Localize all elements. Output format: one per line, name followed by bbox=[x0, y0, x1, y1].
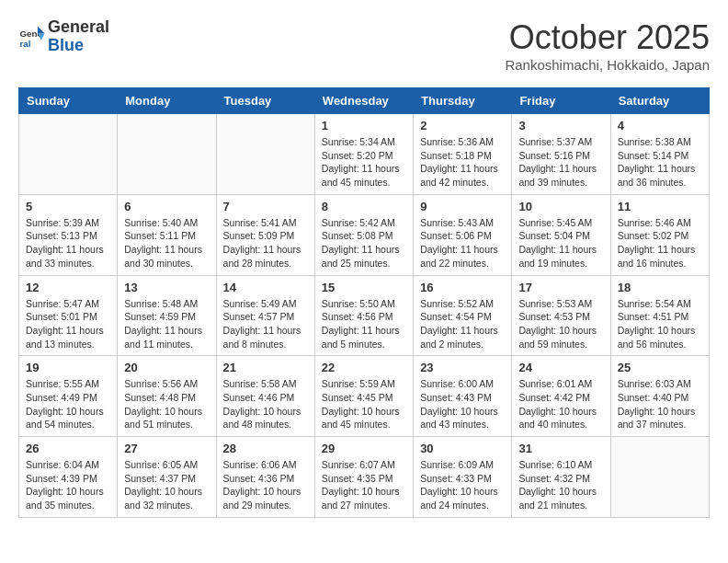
table-row bbox=[19, 114, 118, 195]
table-row: 6Sunrise: 5:40 AMSunset: 5:11 PMDaylight… bbox=[118, 194, 216, 275]
day-number: 17 bbox=[518, 281, 603, 294]
day-info: Sunrise: 5:56 AMSunset: 4:48 PMDaylight:… bbox=[124, 377, 209, 431]
table-row: 18Sunrise: 5:54 AMSunset: 4:51 PMDayligh… bbox=[610, 275, 709, 356]
day-number: 13 bbox=[124, 281, 209, 294]
table-row: 4Sunrise: 5:38 AMSunset: 5:14 PMDaylight… bbox=[610, 114, 709, 195]
table-row: 19Sunrise: 5:55 AMSunset: 4:49 PMDayligh… bbox=[19, 356, 118, 437]
calendar-week-5: 26Sunrise: 6:04 AMSunset: 4:39 PMDayligh… bbox=[19, 437, 710, 518]
day-info: Sunrise: 5:34 AMSunset: 5:20 PMDaylight:… bbox=[322, 135, 406, 190]
table-row: 8Sunrise: 5:42 AMSunset: 5:08 PMDaylight… bbox=[314, 194, 413, 275]
day-info: Sunrise: 6:06 AMSunset: 4:36 PMDaylight:… bbox=[223, 458, 308, 512]
svg-text:ral: ral bbox=[20, 38, 31, 48]
day-info: Sunrise: 5:58 AMSunset: 4:46 PMDaylight:… bbox=[223, 377, 308, 431]
table-row: 23Sunrise: 6:00 AMSunset: 4:43 PMDayligh… bbox=[414, 356, 512, 437]
table-row: 24Sunrise: 6:01 AMSunset: 4:42 PMDayligh… bbox=[512, 356, 610, 437]
day-info: Sunrise: 5:54 AMSunset: 4:51 PMDaylight:… bbox=[618, 297, 702, 351]
day-info: Sunrise: 5:36 AMSunset: 5:18 PMDaylight:… bbox=[420, 135, 505, 190]
logo-icon: Gene ral bbox=[18, 23, 46, 51]
calendar-week-2: 5Sunrise: 5:39 AMSunset: 5:13 PMDaylight… bbox=[19, 194, 710, 275]
table-row: 14Sunrise: 5:49 AMSunset: 4:57 PMDayligh… bbox=[216, 275, 314, 356]
day-info: Sunrise: 5:49 AMSunset: 4:57 PMDaylight:… bbox=[223, 297, 308, 351]
day-number: 27 bbox=[124, 442, 209, 455]
col-friday: Friday bbox=[512, 88, 610, 114]
day-info: Sunrise: 6:01 AMSunset: 4:42 PMDaylight:… bbox=[518, 377, 603, 431]
day-number: 6 bbox=[124, 200, 209, 213]
table-row bbox=[610, 437, 709, 518]
table-row: 7Sunrise: 5:41 AMSunset: 5:09 PMDaylight… bbox=[216, 194, 314, 275]
day-number: 4 bbox=[618, 119, 702, 132]
day-number: 1 bbox=[322, 119, 406, 132]
logo-text-line2: Blue bbox=[48, 37, 109, 55]
table-row bbox=[216, 114, 314, 195]
day-info: Sunrise: 6:10 AMSunset: 4:32 PMDaylight:… bbox=[518, 458, 603, 512]
table-row bbox=[118, 114, 216, 195]
table-row: 25Sunrise: 6:03 AMSunset: 4:40 PMDayligh… bbox=[610, 356, 709, 437]
day-number: 19 bbox=[26, 361, 110, 374]
location: Rankoshimachi, Hokkaido, Japan bbox=[505, 57, 710, 73]
day-number: 5 bbox=[26, 200, 110, 213]
day-number: 9 bbox=[420, 200, 505, 213]
table-row: 26Sunrise: 6:04 AMSunset: 4:39 PMDayligh… bbox=[19, 437, 118, 518]
table-row: 5Sunrise: 5:39 AMSunset: 5:13 PMDaylight… bbox=[19, 194, 118, 275]
day-number: 7 bbox=[223, 200, 308, 213]
table-row: 13Sunrise: 5:48 AMSunset: 4:59 PMDayligh… bbox=[118, 275, 216, 356]
day-info: Sunrise: 6:03 AMSunset: 4:40 PMDaylight:… bbox=[618, 377, 702, 431]
table-row: 29Sunrise: 6:07 AMSunset: 4:35 PMDayligh… bbox=[314, 437, 413, 518]
day-number: 26 bbox=[26, 442, 110, 455]
day-info: Sunrise: 6:00 AMSunset: 4:43 PMDaylight:… bbox=[420, 377, 505, 431]
table-row: 30Sunrise: 6:09 AMSunset: 4:33 PMDayligh… bbox=[414, 437, 512, 518]
table-row: 27Sunrise: 6:05 AMSunset: 4:37 PMDayligh… bbox=[118, 437, 216, 518]
day-info: Sunrise: 5:45 AMSunset: 5:04 PMDaylight:… bbox=[518, 216, 603, 270]
logo: Gene ral General Blue bbox=[18, 18, 109, 55]
day-number: 3 bbox=[518, 119, 603, 132]
title-block: October 2025 Rankoshimachi, Hokkaido, Ja… bbox=[505, 18, 710, 73]
day-info: Sunrise: 5:41 AMSunset: 5:09 PMDaylight:… bbox=[223, 216, 308, 270]
day-info: Sunrise: 6:09 AMSunset: 4:33 PMDaylight:… bbox=[420, 458, 505, 512]
day-number: 25 bbox=[618, 361, 702, 374]
table-row: 3Sunrise: 5:37 AMSunset: 5:16 PMDaylight… bbox=[512, 114, 610, 195]
day-info: Sunrise: 5:59 AMSunset: 4:45 PMDaylight:… bbox=[322, 377, 406, 431]
col-tuesday: Tuesday bbox=[216, 88, 314, 114]
day-info: Sunrise: 5:38 AMSunset: 5:14 PMDaylight:… bbox=[618, 135, 702, 190]
day-number: 22 bbox=[322, 361, 406, 374]
table-row: 15Sunrise: 5:50 AMSunset: 4:56 PMDayligh… bbox=[314, 275, 413, 356]
day-number: 12 bbox=[26, 281, 110, 294]
day-number: 2 bbox=[420, 119, 505, 132]
col-monday: Monday bbox=[118, 88, 216, 114]
table-row: 17Sunrise: 5:53 AMSunset: 4:53 PMDayligh… bbox=[512, 275, 610, 356]
month-title: October 2025 bbox=[505, 18, 710, 57]
day-info: Sunrise: 6:07 AMSunset: 4:35 PMDaylight:… bbox=[322, 458, 406, 512]
logo-text-line1: General bbox=[48, 18, 109, 37]
table-row: 20Sunrise: 5:56 AMSunset: 4:48 PMDayligh… bbox=[118, 356, 216, 437]
day-number: 23 bbox=[420, 361, 505, 374]
table-row: 10Sunrise: 5:45 AMSunset: 5:04 PMDayligh… bbox=[512, 194, 610, 275]
day-info: Sunrise: 5:50 AMSunset: 4:56 PMDaylight:… bbox=[322, 297, 406, 351]
table-row: 9Sunrise: 5:43 AMSunset: 5:06 PMDaylight… bbox=[414, 194, 512, 275]
day-number: 10 bbox=[518, 200, 603, 213]
day-info: Sunrise: 5:48 AMSunset: 4:59 PMDaylight:… bbox=[124, 297, 209, 351]
day-number: 18 bbox=[618, 281, 702, 294]
day-info: Sunrise: 5:39 AMSunset: 5:13 PMDaylight:… bbox=[26, 216, 110, 270]
calendar-table: Sunday Monday Tuesday Wednesday Thursday… bbox=[18, 87, 710, 518]
table-row: 2Sunrise: 5:36 AMSunset: 5:18 PMDaylight… bbox=[414, 114, 512, 195]
day-info: Sunrise: 5:53 AMSunset: 4:53 PMDaylight:… bbox=[518, 297, 603, 351]
table-row: 16Sunrise: 5:52 AMSunset: 4:54 PMDayligh… bbox=[414, 275, 512, 356]
col-wednesday: Wednesday bbox=[314, 88, 413, 114]
day-info: Sunrise: 5:37 AMSunset: 5:16 PMDaylight:… bbox=[518, 135, 603, 190]
col-saturday: Saturday bbox=[610, 88, 709, 114]
calendar-header-row: Sunday Monday Tuesday Wednesday Thursday… bbox=[19, 88, 710, 114]
day-info: Sunrise: 5:52 AMSunset: 4:54 PMDaylight:… bbox=[420, 297, 505, 351]
day-number: 11 bbox=[618, 200, 702, 213]
col-thursday: Thursday bbox=[414, 88, 512, 114]
day-number: 16 bbox=[420, 281, 505, 294]
day-number: 14 bbox=[223, 281, 308, 294]
col-sunday: Sunday bbox=[19, 88, 118, 114]
day-info: Sunrise: 5:43 AMSunset: 5:06 PMDaylight:… bbox=[420, 216, 505, 270]
page-header: Gene ral General Blue October 2025 Ranko… bbox=[18, 18, 710, 73]
day-info: Sunrise: 6:05 AMSunset: 4:37 PMDaylight:… bbox=[124, 458, 209, 512]
day-number: 24 bbox=[518, 361, 603, 374]
day-number: 31 bbox=[518, 442, 603, 455]
day-number: 20 bbox=[124, 361, 209, 374]
day-number: 15 bbox=[322, 281, 406, 294]
table-row: 22Sunrise: 5:59 AMSunset: 4:45 PMDayligh… bbox=[314, 356, 413, 437]
